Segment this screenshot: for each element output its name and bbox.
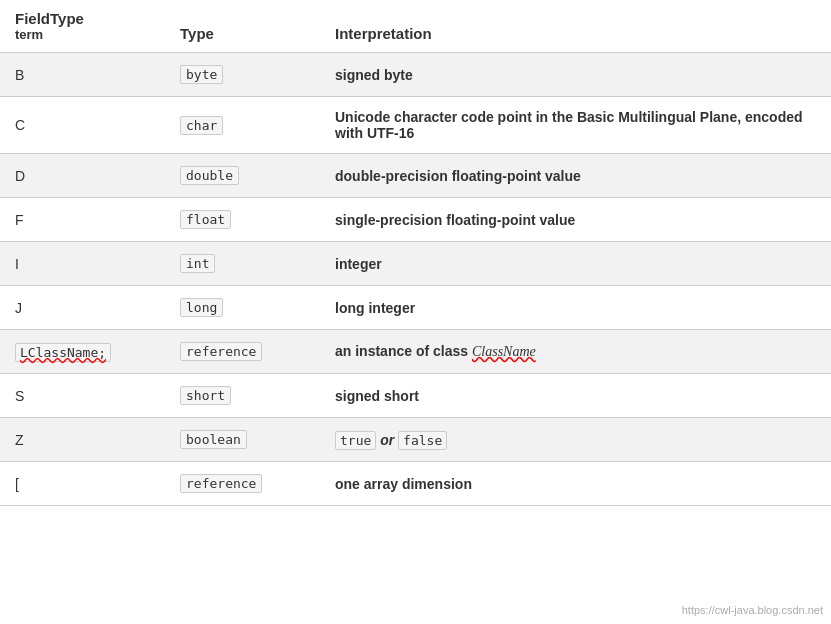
interp-cell: long integer <box>320 286 831 330</box>
type-cell: byte <box>165 53 320 97</box>
table-row: [referenceone array dimension <box>0 462 831 506</box>
term-value: D <box>15 168 25 184</box>
type-cell: short <box>165 374 320 418</box>
field-type-table: FieldType term Type Interpretation Bbyte… <box>0 0 831 506</box>
interp-cell: signed short <box>320 374 831 418</box>
header-type: Type <box>165 0 320 53</box>
type-badge: boolean <box>180 430 247 449</box>
interp-cell: single-precision floating-point value <box>320 198 831 242</box>
classname-ref: ClassName <box>472 344 536 359</box>
type-cell: reference <box>165 462 320 506</box>
type-cell: int <box>165 242 320 286</box>
table-row: Sshortsigned short <box>0 374 831 418</box>
term-value: Z <box>15 432 24 448</box>
term-cell: [ <box>0 462 165 506</box>
term-cell: LClassName; <box>0 330 165 374</box>
term-lclassname: LClassName; <box>15 343 111 362</box>
type-badge: reference <box>180 342 262 361</box>
type-badge: short <box>180 386 231 405</box>
type-cell: reference <box>165 330 320 374</box>
header-term-sub: term <box>15 27 150 42</box>
term-cell: I <box>0 242 165 286</box>
interp-cell: an instance of class ClassName <box>320 330 831 374</box>
table-header-row: FieldType term Type Interpretation <box>0 0 831 53</box>
term-value: J <box>15 300 22 316</box>
table-row: Jlonglong integer <box>0 286 831 330</box>
type-badge: float <box>180 210 231 229</box>
type-badge: int <box>180 254 215 273</box>
term-cell: D <box>0 154 165 198</box>
table-row: CcharUnicode character code point in the… <box>0 97 831 154</box>
table-row: LClassName;referencean instance of class… <box>0 330 831 374</box>
term-cell: Z <box>0 418 165 462</box>
bool-false: false <box>398 431 447 450</box>
bool-true: true <box>335 431 376 450</box>
table-row: Bbytesigned byte <box>0 53 831 97</box>
term-cell: F <box>0 198 165 242</box>
term-cell: C <box>0 97 165 154</box>
interp-cell: double-precision floating-point value <box>320 154 831 198</box>
term-value: C <box>15 117 25 133</box>
table-row: Ddoubledouble-precision floating-point v… <box>0 154 831 198</box>
term-value: F <box>15 212 24 228</box>
table-row: Ffloatsingle-precision floating-point va… <box>0 198 831 242</box>
header-interpretation: Interpretation <box>320 0 831 53</box>
bool-or: or <box>376 432 398 448</box>
type-badge: long <box>180 298 223 317</box>
term-value: I <box>15 256 19 272</box>
type-cell: char <box>165 97 320 154</box>
term-cell: S <box>0 374 165 418</box>
term-value: [ <box>15 476 19 492</box>
table-row: Iintinteger <box>0 242 831 286</box>
term-cell: J <box>0 286 165 330</box>
term-value: S <box>15 388 24 404</box>
header-fieldtype-title: FieldType <box>15 10 150 27</box>
header-fieldtype: FieldType term <box>0 0 165 53</box>
type-badge: byte <box>180 65 223 84</box>
type-cell: double <box>165 154 320 198</box>
type-badge: double <box>180 166 239 185</box>
interp-cell: Unicode character code point in the Basi… <box>320 97 831 154</box>
type-badge: reference <box>180 474 262 493</box>
type-cell: boolean <box>165 418 320 462</box>
table-body: Bbytesigned byteCcharUnicode character c… <box>0 53 831 506</box>
term-cell: B <box>0 53 165 97</box>
interp-cell: integer <box>320 242 831 286</box>
interp-cell: one array dimension <box>320 462 831 506</box>
table-row: Zbooleantrue or false <box>0 418 831 462</box>
interp-cell: true or false <box>320 418 831 462</box>
type-cell: long <box>165 286 320 330</box>
type-badge: char <box>180 116 223 135</box>
term-value: B <box>15 67 24 83</box>
type-cell: float <box>165 198 320 242</box>
interp-cell: signed byte <box>320 53 831 97</box>
